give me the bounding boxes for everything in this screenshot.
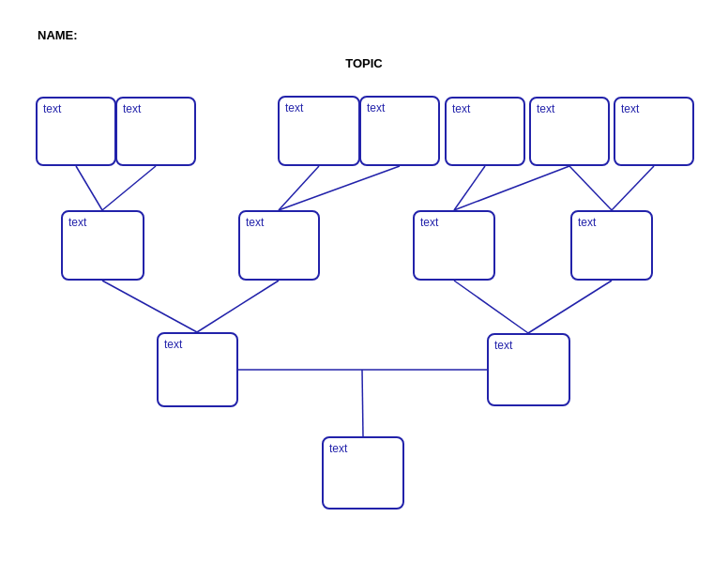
svg-line-8 — [102, 281, 197, 332]
box-l1: text — [157, 332, 238, 407]
box-m3: text — [413, 210, 495, 281]
box-b1: text — [322, 436, 404, 510]
svg-line-4 — [454, 166, 485, 210]
svg-line-3 — [279, 166, 400, 210]
box-m2: text — [238, 210, 320, 281]
svg-line-9 — [197, 281, 279, 332]
box-t4: text — [359, 96, 440, 166]
box-t5: text — [445, 97, 525, 166]
svg-line-0 — [76, 166, 102, 210]
box-t6: text — [529, 97, 610, 166]
box-l2: text — [487, 333, 570, 406]
box-t2: text — [115, 97, 196, 166]
box-t1: text — [36, 97, 116, 166]
box-t8: text — [614, 97, 694, 166]
svg-line-2 — [279, 166, 319, 210]
box-t3: text — [278, 96, 360, 166]
svg-line-13 — [362, 370, 363, 436]
svg-line-5 — [454, 166, 569, 210]
svg-line-1 — [102, 166, 156, 210]
svg-line-7 — [612, 166, 654, 210]
svg-line-10 — [454, 281, 528, 333]
box-m1: text — [61, 210, 144, 281]
svg-line-6 — [569, 166, 612, 210]
svg-line-11 — [528, 281, 612, 333]
box-m4: text — [570, 210, 653, 281]
name-label: NAME: — [38, 28, 78, 42]
topic-label: TOPIC — [345, 56, 383, 70]
